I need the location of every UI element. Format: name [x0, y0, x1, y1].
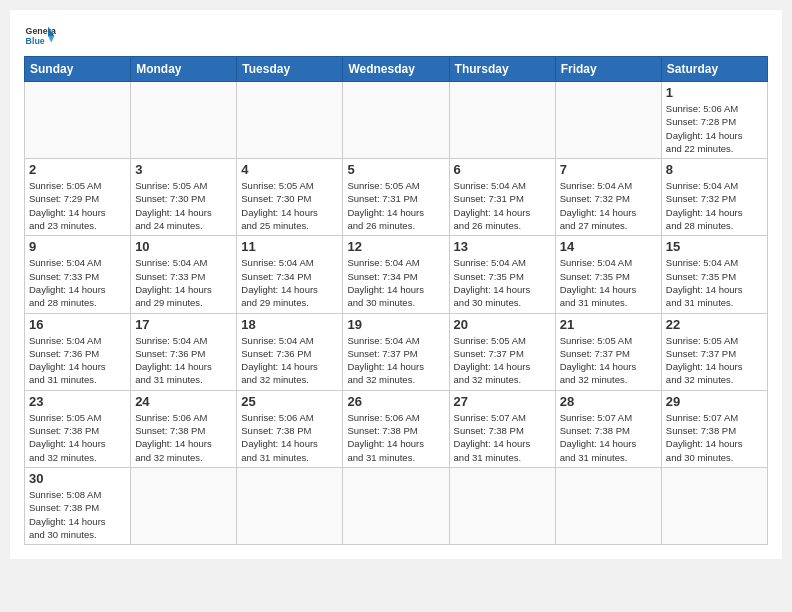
calendar-cell: 18Sunrise: 5:04 AM Sunset: 7:36 PM Dayli… — [237, 313, 343, 390]
header: General Blue — [24, 20, 768, 52]
day-number: 3 — [135, 162, 232, 177]
calendar-cell — [343, 82, 449, 159]
day-info: Sunrise: 5:08 AM Sunset: 7:38 PM Dayligh… — [29, 488, 126, 541]
day-number: 18 — [241, 317, 338, 332]
day-number: 7 — [560, 162, 657, 177]
calendar-cell: 5Sunrise: 5:05 AM Sunset: 7:31 PM Daylig… — [343, 159, 449, 236]
day-number: 5 — [347, 162, 444, 177]
day-info: Sunrise: 5:04 AM Sunset: 7:37 PM Dayligh… — [347, 334, 444, 387]
calendar-cell — [25, 82, 131, 159]
day-info: Sunrise: 5:04 AM Sunset: 7:32 PM Dayligh… — [560, 179, 657, 232]
day-number: 4 — [241, 162, 338, 177]
calendar-cell — [555, 82, 661, 159]
calendar-cell: 10Sunrise: 5:04 AM Sunset: 7:33 PM Dayli… — [131, 236, 237, 313]
day-info: Sunrise: 5:04 AM Sunset: 7:36 PM Dayligh… — [135, 334, 232, 387]
day-info: Sunrise: 5:04 AM Sunset: 7:35 PM Dayligh… — [454, 256, 551, 309]
day-number: 21 — [560, 317, 657, 332]
day-info: Sunrise: 5:05 AM Sunset: 7:31 PM Dayligh… — [347, 179, 444, 232]
calendar-cell: 15Sunrise: 5:04 AM Sunset: 7:35 PM Dayli… — [661, 236, 767, 313]
calendar-cell: 28Sunrise: 5:07 AM Sunset: 7:38 PM Dayli… — [555, 390, 661, 467]
calendar-cell: 27Sunrise: 5:07 AM Sunset: 7:38 PM Dayli… — [449, 390, 555, 467]
calendar-cell: 19Sunrise: 5:04 AM Sunset: 7:37 PM Dayli… — [343, 313, 449, 390]
day-number: 12 — [347, 239, 444, 254]
logo-icon: General Blue — [24, 20, 56, 52]
day-number: 14 — [560, 239, 657, 254]
calendar-cell — [449, 82, 555, 159]
calendar-cell: 6Sunrise: 5:04 AM Sunset: 7:31 PM Daylig… — [449, 159, 555, 236]
calendar-cell: 22Sunrise: 5:05 AM Sunset: 7:37 PM Dayli… — [661, 313, 767, 390]
day-number: 15 — [666, 239, 763, 254]
day-info: Sunrise: 5:04 AM Sunset: 7:33 PM Dayligh… — [29, 256, 126, 309]
day-info: Sunrise: 5:05 AM Sunset: 7:30 PM Dayligh… — [241, 179, 338, 232]
calendar-cell: 17Sunrise: 5:04 AM Sunset: 7:36 PM Dayli… — [131, 313, 237, 390]
day-number: 13 — [454, 239, 551, 254]
day-info: Sunrise: 5:04 AM Sunset: 7:32 PM Dayligh… — [666, 179, 763, 232]
calendar-cell: 12Sunrise: 5:04 AM Sunset: 7:34 PM Dayli… — [343, 236, 449, 313]
calendar-cell — [237, 467, 343, 544]
day-number: 2 — [29, 162, 126, 177]
weekday-header-sunday: Sunday — [25, 57, 131, 82]
calendar-cell — [449, 467, 555, 544]
day-number: 10 — [135, 239, 232, 254]
day-info: Sunrise: 5:05 AM Sunset: 7:30 PM Dayligh… — [135, 179, 232, 232]
day-info: Sunrise: 5:04 AM Sunset: 7:35 PM Dayligh… — [666, 256, 763, 309]
day-info: Sunrise: 5:06 AM Sunset: 7:28 PM Dayligh… — [666, 102, 763, 155]
day-number: 30 — [29, 471, 126, 486]
day-number: 19 — [347, 317, 444, 332]
day-info: Sunrise: 5:05 AM Sunset: 7:37 PM Dayligh… — [560, 334, 657, 387]
calendar-cell: 13Sunrise: 5:04 AM Sunset: 7:35 PM Dayli… — [449, 236, 555, 313]
day-number: 27 — [454, 394, 551, 409]
calendar-cell — [343, 467, 449, 544]
calendar-cell: 25Sunrise: 5:06 AM Sunset: 7:38 PM Dayli… — [237, 390, 343, 467]
calendar-week-row: 2Sunrise: 5:05 AM Sunset: 7:29 PM Daylig… — [25, 159, 768, 236]
calendar-week-row: 30Sunrise: 5:08 AM Sunset: 7:38 PM Dayli… — [25, 467, 768, 544]
calendar-cell: 1Sunrise: 5:06 AM Sunset: 7:28 PM Daylig… — [661, 82, 767, 159]
weekday-header-friday: Friday — [555, 57, 661, 82]
calendar-cell — [131, 467, 237, 544]
day-info: Sunrise: 5:05 AM Sunset: 7:37 PM Dayligh… — [666, 334, 763, 387]
calendar-cell: 16Sunrise: 5:04 AM Sunset: 7:36 PM Dayli… — [25, 313, 131, 390]
day-number: 8 — [666, 162, 763, 177]
day-number: 28 — [560, 394, 657, 409]
day-info: Sunrise: 5:04 AM Sunset: 7:35 PM Dayligh… — [560, 256, 657, 309]
day-number: 22 — [666, 317, 763, 332]
calendar-cell: 8Sunrise: 5:04 AM Sunset: 7:32 PM Daylig… — [661, 159, 767, 236]
calendar-week-row: 23Sunrise: 5:05 AM Sunset: 7:38 PM Dayli… — [25, 390, 768, 467]
day-info: Sunrise: 5:04 AM Sunset: 7:36 PM Dayligh… — [241, 334, 338, 387]
weekday-header-wednesday: Wednesday — [343, 57, 449, 82]
day-number: 23 — [29, 394, 126, 409]
weekday-header-saturday: Saturday — [661, 57, 767, 82]
calendar-cell: 24Sunrise: 5:06 AM Sunset: 7:38 PM Dayli… — [131, 390, 237, 467]
day-number: 16 — [29, 317, 126, 332]
day-info: Sunrise: 5:07 AM Sunset: 7:38 PM Dayligh… — [666, 411, 763, 464]
day-number: 25 — [241, 394, 338, 409]
day-info: Sunrise: 5:05 AM Sunset: 7:29 PM Dayligh… — [29, 179, 126, 232]
calendar-cell: 4Sunrise: 5:05 AM Sunset: 7:30 PM Daylig… — [237, 159, 343, 236]
calendar-cell: 30Sunrise: 5:08 AM Sunset: 7:38 PM Dayli… — [25, 467, 131, 544]
calendar-cell: 7Sunrise: 5:04 AM Sunset: 7:32 PM Daylig… — [555, 159, 661, 236]
day-number: 9 — [29, 239, 126, 254]
calendar-page: General Blue SundayMondayTuesdayWednesda… — [10, 10, 782, 559]
day-number: 26 — [347, 394, 444, 409]
calendar-cell — [131, 82, 237, 159]
calendar-cell: 26Sunrise: 5:06 AM Sunset: 7:38 PM Dayli… — [343, 390, 449, 467]
day-info: Sunrise: 5:04 AM Sunset: 7:33 PM Dayligh… — [135, 256, 232, 309]
day-info: Sunrise: 5:06 AM Sunset: 7:38 PM Dayligh… — [135, 411, 232, 464]
day-info: Sunrise: 5:04 AM Sunset: 7:31 PM Dayligh… — [454, 179, 551, 232]
day-info: Sunrise: 5:06 AM Sunset: 7:38 PM Dayligh… — [241, 411, 338, 464]
calendar-cell: 23Sunrise: 5:05 AM Sunset: 7:38 PM Dayli… — [25, 390, 131, 467]
day-info: Sunrise: 5:07 AM Sunset: 7:38 PM Dayligh… — [454, 411, 551, 464]
day-number: 20 — [454, 317, 551, 332]
calendar-cell: 3Sunrise: 5:05 AM Sunset: 7:30 PM Daylig… — [131, 159, 237, 236]
day-info: Sunrise: 5:05 AM Sunset: 7:38 PM Dayligh… — [29, 411, 126, 464]
svg-text:Blue: Blue — [26, 36, 45, 46]
weekday-header-row: SundayMondayTuesdayWednesdayThursdayFrid… — [25, 57, 768, 82]
day-info: Sunrise: 5:04 AM Sunset: 7:34 PM Dayligh… — [241, 256, 338, 309]
day-number: 17 — [135, 317, 232, 332]
day-info: Sunrise: 5:07 AM Sunset: 7:38 PM Dayligh… — [560, 411, 657, 464]
weekday-header-thursday: Thursday — [449, 57, 555, 82]
calendar-cell: 29Sunrise: 5:07 AM Sunset: 7:38 PM Dayli… — [661, 390, 767, 467]
calendar-cell: 20Sunrise: 5:05 AM Sunset: 7:37 PM Dayli… — [449, 313, 555, 390]
calendar-cell: 2Sunrise: 5:05 AM Sunset: 7:29 PM Daylig… — [25, 159, 131, 236]
calendar-week-row: 1Sunrise: 5:06 AM Sunset: 7:28 PM Daylig… — [25, 82, 768, 159]
